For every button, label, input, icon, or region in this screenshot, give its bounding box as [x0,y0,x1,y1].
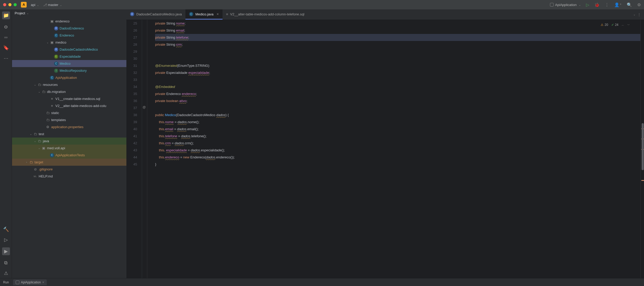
tree-arrow-icon[interactable]: ⌄ [33,140,37,142]
vcs-branch[interactable]: ⎇ master ⌄ [43,3,62,7]
run-tool-icon[interactable]: ▶ [2,247,10,255]
tree-arrow-icon[interactable]: ⌄ [33,83,37,86]
tree-row[interactable]: ≡V1__create-table-medicos.sql [12,95,126,102]
code-line[interactable]: this. especialidade = dados.especialidad… [155,147,640,154]
tree-row[interactable]: 🗀static [12,109,126,116]
tree-label: templates [51,118,66,122]
terminal-tool-icon[interactable]: ⧉ [3,260,9,266]
tree-arrow-icon[interactable]: ⌄ [37,90,41,93]
project-name[interactable]: api ⌄ [31,3,39,7]
editor-tab[interactable]: ≡V2__alter-table-medicos-add-column-tele… [223,9,308,20]
tree-row[interactable]: CApiApplication [12,74,126,81]
code-line[interactable]: @Enumerated(EnumType.STRING) [155,62,640,69]
tree-row[interactable]: IMedicoRepository [12,67,126,74]
tree-row[interactable]: ⌄🗀resources [12,81,126,88]
commit-tool-icon[interactable]: ⊖ [3,24,9,30]
code-line[interactable]: this.nome = dados.nome(); [155,118,640,126]
add-user-icon[interactable]: 👤⁺ [614,2,622,7]
tree-icon: 🗀 [41,90,46,94]
services-tool-icon[interactable]: ▷ [3,237,9,243]
panel-header[interactable]: Project ⌄ [12,9,126,17]
code-line[interactable]: private boolean ativo; [155,97,640,104]
tree-arrow-icon[interactable]: ⌄ [37,147,41,150]
tree-arrow-icon[interactable]: › [25,161,29,164]
prev-highlight-icon[interactable]: ︿ [622,21,624,28]
tree-row[interactable]: ›🗀target [12,159,126,166]
line-gutter[interactable]: 2526272829303132333435363738394041424344… [126,20,142,278]
tree-row[interactable]: ⌄▣med.voll.api [12,145,126,152]
code-line[interactable] [155,55,640,62]
search-icon[interactable]: 🔍 [627,2,632,7]
more-tools-icon[interactable]: ⋯ [3,55,9,61]
code-line[interactable]: private String email; [155,27,640,34]
more-actions-icon[interactable]: ⋮ [605,2,609,7]
tree-icon: I [54,69,58,73]
tree-icon: ⊘ [33,167,38,171]
code-line[interactable]: private Especialidade especialidade; [155,69,640,76]
project-panel: Project ⌄ ▣enderecoRDadosEnderecoCEndere… [12,9,126,278]
tree-row[interactable]: CEndereco [12,32,126,39]
code-area[interactable]: 20 24 ︿ ﹀ private String nome;private St… [147,20,640,278]
build-tool-icon[interactable]: 🔨 [3,227,9,232]
debug-button[interactable]: 🐞 [594,2,600,7]
scrollbar[interactable] [640,20,644,278]
inspection-widget[interactable]: 20 24 ︿ ﹀ [601,21,630,28]
tree-row[interactable]: ⌄🗀test [12,130,126,138]
code-line[interactable] [155,76,640,83]
tree-row[interactable]: EEspecialidade [12,53,126,60]
code-line[interactable] [155,104,640,111]
run-label[interactable]: Run [3,281,9,284]
code-line[interactable]: this.endereco = new Endereco(dados.ender… [155,154,640,161]
tab-list-icon[interactable]: ⌄ [633,13,635,16]
bookmarks-tool-icon[interactable]: 🔖 [3,45,9,51]
tree-row[interactable]: ⌄🗀db.migration [12,88,126,95]
ok-count[interactable]: 24 [611,21,618,28]
tree-row[interactable]: ⚙application.properties [12,123,126,130]
close-tab-icon[interactable]: × [217,12,219,16]
run-configuration[interactable]: ApiApplication ⌄ [550,3,581,7]
run-button[interactable]: ▷ [586,2,589,7]
tree-row[interactable]: M↓HELP.md [12,173,126,180]
tree-row[interactable]: ⊘.gitignore [12,166,126,173]
code-line[interactable]: public Medico(DadosdeCadastroMedico dado… [155,111,640,118]
tree-arrow-icon[interactable]: ⌄ [45,41,50,44]
code-line[interactable] [155,48,640,55]
editor-body[interactable]: 2526272829303132333435363738394041424344… [126,20,644,278]
tree-row[interactable]: ▣endereco [12,18,126,25]
scroll-thumb[interactable] [642,123,644,170]
tree-label: med.voll.api [47,146,65,150]
code-line[interactable]: this.telefone = dados.telefone(); [155,133,640,140]
project-tree[interactable]: ▣enderecoRDadosEnderecoCEndereco⌄▣medico… [12,17,126,278]
tree-row[interactable]: ⌄▣medico [12,39,126,46]
code-line[interactable]: private Endereco endereco; [155,90,640,97]
tree-arrow-icon[interactable]: ⌄ [29,133,33,135]
problems-tool-icon[interactable]: ⚠ [3,270,9,276]
tab-more-icon[interactable]: ⋮ [637,13,641,16]
tree-row[interactable]: ≡V2__alter-table-medicos-add-colu [12,102,126,109]
tree-row[interactable]: RDadosdeCadastroMedico [12,46,126,53]
maximize-window[interactable] [14,3,17,6]
code-line[interactable]: private String telefone; [155,34,640,41]
project-tool-icon[interactable]: 📁 [2,11,10,19]
code-line[interactable]: private String crm; [155,41,640,48]
code-line[interactable]: this.crm = dados.crm(); [155,140,640,147]
code-line[interactable]: private String nome; [155,20,640,27]
warning-count[interactable]: 20 [601,21,608,28]
tree-row[interactable]: 🗀templates [12,116,126,123]
close-icon[interactable]: × [42,281,44,284]
run-tab[interactable]: ApiApplication × [13,279,47,285]
code-line[interactable]: this.email = dados.email(); [155,126,640,133]
tree-row[interactable]: ⌄🗀java [12,138,126,145]
editor-tab[interactable]: CMedico.java× [185,9,223,20]
code-line[interactable]: } [155,161,640,168]
editor-tab[interactable]: RDadosdeCadastroMedico.java [126,9,185,20]
next-highlight-icon[interactable]: ﹀ [627,21,630,28]
minimize-window[interactable] [8,3,11,6]
tree-row[interactable]: CMedico [12,60,126,67]
close-window[interactable] [3,3,6,6]
tree-row[interactable]: CApiApplicationTests [12,152,126,159]
settings-icon[interactable]: ⚙ [637,2,641,7]
structure-tool-icon[interactable]: ▫▫ [3,34,9,40]
tree-row[interactable]: RDadosEndereco [12,25,126,32]
code-line[interactable]: @Embedded [155,83,640,90]
